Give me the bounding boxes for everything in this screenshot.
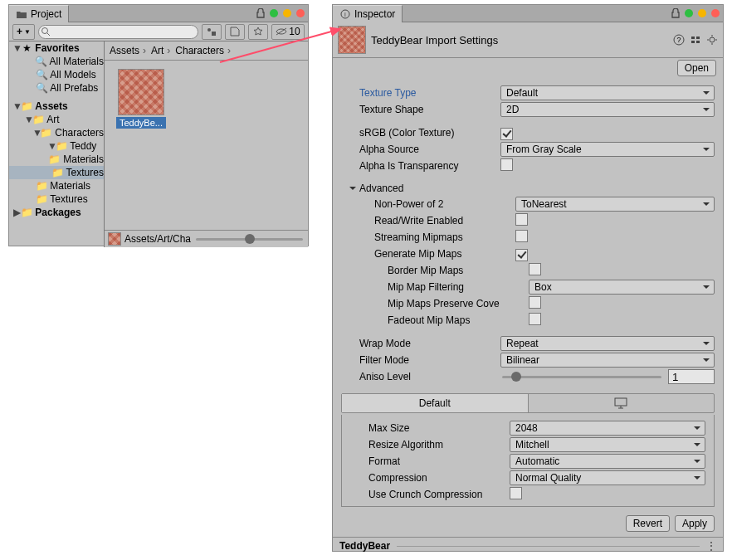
aniso-field[interactable]	[668, 369, 715, 384]
format-dropdown[interactable]: Automatic	[510, 454, 705, 469]
folder-icon: 📁	[32, 114, 44, 125]
search-icon: 🔍	[36, 69, 47, 80]
svg-rect-9	[691, 37, 695, 39]
window-min-icon[interactable]	[270, 9, 278, 17]
svg-rect-10	[696, 37, 700, 39]
window-close-icon[interactable]	[711, 9, 720, 17]
window-close-icon[interactable]	[296, 9, 305, 17]
svg-point-2	[207, 28, 211, 32]
asset-label: TeddyBe...	[116, 117, 166, 129]
folder-icon: 📁	[36, 180, 47, 192]
bordermip-checkbox[interactable]	[529, 263, 541, 275]
svg-text:i: i	[344, 11, 346, 18]
info-icon: i	[339, 9, 351, 19]
create-button[interactable]: +▼	[12, 24, 35, 40]
genmip-checkbox[interactable]	[515, 249, 528, 261]
maxsize-dropdown[interactable]: 2048	[510, 421, 705, 436]
texture-type-dropdown[interactable]: Default	[500, 85, 715, 100]
asset-preview-icon	[338, 26, 366, 54]
readwrite-checkbox[interactable]	[515, 213, 528, 226]
svg-line-1	[47, 33, 50, 36]
aniso-slider[interactable]	[502, 376, 661, 378]
gear-icon[interactable]	[706, 34, 718, 46]
fadeout-checkbox[interactable]	[529, 313, 541, 325]
svg-point-13	[710, 37, 715, 42]
help-icon[interactable]: ?	[673, 34, 685, 46]
folder-icon: 📁	[36, 193, 47, 205]
lock-icon[interactable]	[256, 8, 265, 18]
tab-inspector[interactable]: i Inspector	[333, 5, 403, 22]
svg-rect-18	[615, 398, 627, 406]
open-button[interactable]: Open	[677, 60, 716, 76]
folder-icon: 📁	[49, 153, 61, 165]
star-icon: ★	[21, 42, 32, 54]
filter-dropdown[interactable]: Bilinear	[500, 353, 715, 368]
mippreserve-checkbox[interactable]	[529, 296, 541, 309]
lock-icon[interactable]	[671, 8, 680, 18]
footer-path: Assets/Art/Cha	[124, 233, 191, 245]
preset-icon[interactable]	[690, 34, 701, 46]
window-max-icon[interactable]	[283, 9, 291, 17]
thumbnail-size-slider[interactable]	[196, 238, 303, 241]
alpha-transparency-checkbox[interactable]	[500, 158, 513, 171]
folder-icon: 📁	[51, 167, 63, 178]
compression-dropdown[interactable]: Normal Quality	[510, 470, 705, 485]
texture-shape-dropdown[interactable]: 2D	[500, 102, 715, 117]
menu-icon[interactable]: ⋮	[706, 540, 716, 552]
breadcrumb[interactable]: Assets› Art› Characters›	[105, 41, 308, 61]
svg-point-0	[41, 27, 47, 33]
window-min-icon[interactable]	[685, 9, 693, 17]
folder-icon: 📁	[21, 100, 32, 112]
apply-button[interactable]: Apply	[675, 515, 715, 532]
svg-rect-11	[691, 41, 695, 43]
search-icon: 🔍	[35, 56, 46, 67]
folder-icon: 📁	[21, 207, 32, 218]
folder-icon	[16, 10, 27, 18]
page-title: TeddyBear Import Settings	[371, 34, 498, 46]
tab-label: Inspector	[354, 8, 395, 20]
mipfilter-dropdown[interactable]: Box	[529, 280, 715, 295]
platform-default-tab[interactable]: Default	[342, 394, 528, 412]
preview-header[interactable]: TeddyBear ⋮	[333, 537, 723, 554]
srgb-checkbox[interactable]	[500, 128, 513, 140]
tab-label: Project	[31, 8, 61, 20]
texture-type-label: Texture Type	[341, 87, 500, 99]
platform-standalone-tab[interactable]	[528, 394, 715, 412]
search-input[interactable]	[38, 25, 198, 39]
hidden-button[interactable]: 10	[271, 24, 305, 40]
tab-project[interactable]: Project	[9, 5, 69, 22]
alpha-source-dropdown[interactable]: From Gray Scale	[500, 142, 715, 157]
project-tree[interactable]: ▼★ Favorites 🔍 All Materials 🔍 All Model…	[9, 41, 105, 247]
folder-icon: 📁	[41, 127, 52, 139]
wrap-dropdown[interactable]: Repeat	[500, 336, 715, 351]
advanced-foldout[interactable]: Advanced	[341, 179, 715, 196]
monitor-icon	[614, 397, 627, 409]
svg-text:?: ?	[676, 36, 681, 44]
texture-icon	[118, 69, 164, 115]
npot-dropdown[interactable]: ToNearest	[515, 197, 715, 212]
texture-icon	[108, 232, 121, 246]
hidden-count: 10	[289, 26, 300, 37]
asset-thumbnail[interactable]: TeddyBe...	[116, 69, 166, 129]
divider	[397, 546, 700, 547]
svg-rect-12	[696, 41, 700, 43]
streaming-checkbox[interactable]	[515, 230, 528, 242]
search-icon	[41, 27, 51, 37]
filter-label-button[interactable]	[225, 24, 245, 40]
window-max-icon[interactable]	[698, 9, 706, 17]
folder-icon: 📁	[56, 140, 67, 152]
crunch-checkbox[interactable]	[510, 487, 522, 499]
search-icon: 🔍	[36, 82, 47, 94]
svg-rect-3	[212, 32, 216, 36]
resize-dropdown[interactable]: Mitchell	[510, 437, 705, 452]
revert-button[interactable]: Revert	[626, 515, 670, 532]
favorite-button[interactable]	[248, 24, 268, 40]
filter-type-button[interactable]	[202, 24, 222, 40]
